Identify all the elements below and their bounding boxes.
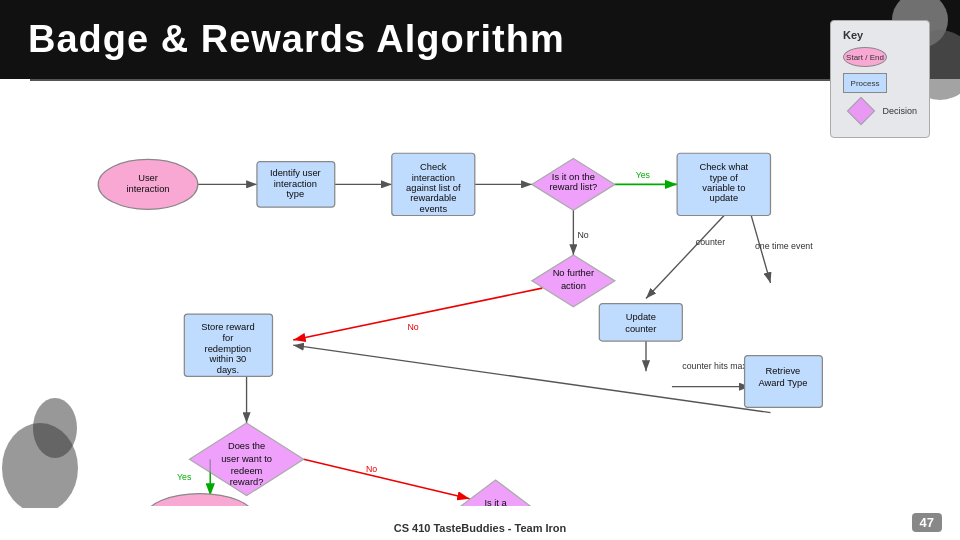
- title-text: Badge & Rewards Algorithm: [28, 18, 565, 60]
- svg-text:No further: No further: [553, 268, 594, 278]
- svg-text:No: No: [407, 322, 418, 332]
- svg-text:Yes: Yes: [335, 504, 350, 506]
- svg-text:redemption: redemption: [205, 344, 252, 354]
- svg-text:Check what: Check what: [699, 162, 748, 172]
- svg-text:No: No: [366, 464, 377, 474]
- svg-text:No: No: [578, 230, 589, 240]
- svg-text:within 30: within 30: [208, 354, 246, 364]
- svg-line-17: [293, 288, 542, 340]
- svg-text:events: events: [420, 204, 448, 214]
- footer-credit: CS 410 TasteBuddies - Team Iron: [0, 522, 960, 534]
- svg-text:type of: type of: [710, 173, 738, 183]
- svg-text:counter: counter: [696, 237, 725, 247]
- svg-text:Is it a: Is it a: [484, 498, 507, 506]
- svg-text:Award Type: Award Type: [758, 378, 807, 388]
- svg-text:one time event: one time event: [755, 241, 813, 251]
- svg-text:Reward: Reward: [184, 505, 216, 506]
- svg-text:variable to: variable to: [702, 183, 745, 193]
- legend-diamond-wrap: [843, 99, 878, 123]
- svg-text:Is it on the: Is it on the: [552, 172, 595, 182]
- svg-text:Store reward: Store reward: [201, 322, 254, 332]
- svg-text:user want to: user want to: [221, 454, 272, 464]
- svg-text:Does the: Does the: [228, 441, 265, 451]
- footer-text: CS 410 TasteBuddies - Team Iron: [394, 522, 567, 534]
- svg-text:Retrieve: Retrieve: [766, 366, 801, 376]
- legend-item-process: Process: [843, 73, 917, 93]
- svg-rect-51: [599, 304, 682, 341]
- svg-text:Update: Update: [626, 312, 656, 322]
- svg-text:interaction: interaction: [126, 184, 169, 194]
- legend-oval: Start / End: [843, 47, 887, 67]
- legend-box: Key Start / End Process Decision: [830, 20, 930, 138]
- svg-text:redeem: redeem: [231, 466, 263, 476]
- svg-text:counter: counter: [625, 324, 656, 334]
- deco-bottom-left: [0, 388, 100, 508]
- svg-text:Yes: Yes: [177, 472, 192, 482]
- svg-text:Check: Check: [420, 162, 447, 172]
- legend-item-start-end: Start / End: [843, 47, 917, 67]
- svg-text:reward?: reward?: [230, 477, 264, 487]
- legend-title: Key: [843, 29, 917, 41]
- page-number: 47: [912, 513, 942, 532]
- svg-text:Identify user: Identify user: [270, 168, 321, 178]
- svg-text:action: action: [561, 281, 586, 291]
- svg-text:interaction: interaction: [412, 173, 455, 183]
- svg-text:update: update: [710, 193, 739, 203]
- svg-text:against list of: against list of: [406, 183, 461, 193]
- flowchart-area: Yes No counter one time event counter hi…: [0, 81, 960, 511]
- svg-text:Yes: Yes: [636, 170, 651, 180]
- svg-text:User: User: [138, 173, 158, 183]
- svg-text:type: type: [287, 189, 305, 199]
- svg-line-10: [646, 210, 729, 298]
- legend-rect: Process: [843, 73, 887, 93]
- flowchart-svg: Yes No counter one time event counter hi…: [20, 91, 940, 506]
- svg-line-23: [304, 459, 470, 498]
- svg-line-19: [293, 345, 770, 412]
- svg-text:days.: days.: [217, 365, 239, 375]
- svg-text:reward list?: reward list?: [550, 182, 598, 192]
- legend-diamond: [847, 97, 875, 125]
- svg-point-78: [33, 398, 77, 458]
- legend-item-decision: Decision: [843, 99, 917, 123]
- svg-text:for: for: [222, 333, 233, 343]
- svg-text:rewardable: rewardable: [410, 193, 456, 203]
- svg-text:interaction: interaction: [274, 179, 317, 189]
- page-title: Badge & Rewards Algorithm: [0, 0, 960, 79]
